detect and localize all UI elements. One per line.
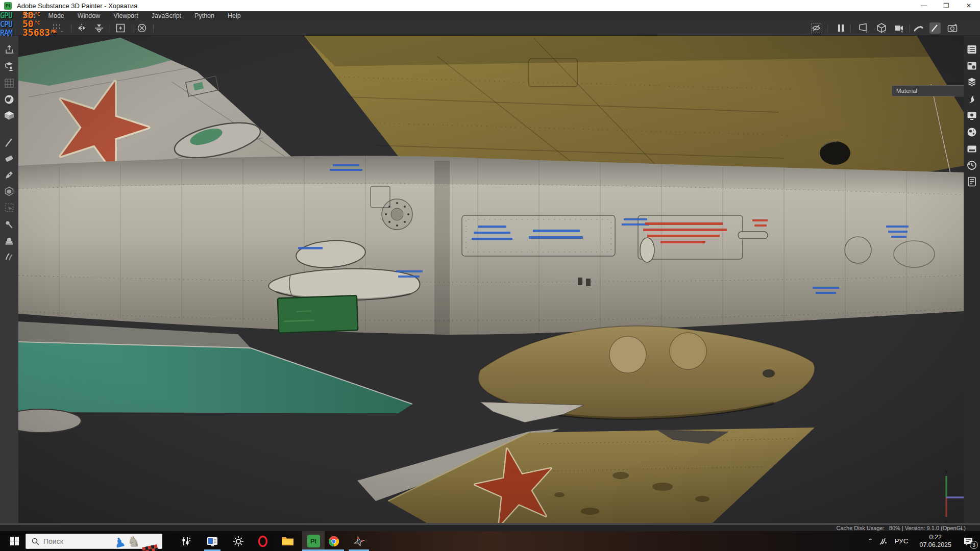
viewer-settings-icon[interactable] xyxy=(966,143,978,155)
smudge-tool-icon[interactable] xyxy=(3,251,15,263)
texture-set-settings-icon[interactable] xyxy=(966,60,978,72)
statusbar: Cache Disk Usage: 80% | Version: 9.1.0 (… xyxy=(0,523,980,531)
windows-logo-icon xyxy=(10,537,19,545)
menubar: Edit Mode Window Viewport JavaScript Pyt… xyxy=(0,11,980,20)
substance-painter-logo-icon: Pt xyxy=(4,2,12,10)
cache-version-status: Cache Disk Usage: 80% | Version: 9.1.0 (… xyxy=(836,525,966,531)
warplane-app-button[interactable] xyxy=(348,531,370,551)
material-selector-value: Material xyxy=(896,88,917,94)
language-indicator[interactable]: РУС xyxy=(888,537,914,545)
viewport-3d-scene[interactable]: y z x xyxy=(18,36,964,523)
gpu-temp-unit: °C xyxy=(35,10,40,19)
start-button[interactable] xyxy=(4,531,24,551)
ram-usage-value: 35683 xyxy=(22,28,50,37)
equalizer-app-button[interactable] xyxy=(175,531,197,551)
perspective-grid-off-icon[interactable] xyxy=(811,22,822,34)
brush-settings-icon[interactable] xyxy=(966,93,978,106)
substance-disc-icon[interactable] xyxy=(3,93,15,106)
chrome-icon xyxy=(328,535,340,547)
notification-center-button[interactable]: 3 xyxy=(957,531,980,551)
sun-app-button[interactable] xyxy=(227,531,250,551)
menu-help[interactable]: Help xyxy=(221,12,248,19)
chess-knight-icon: ♞ xyxy=(127,533,139,549)
close-button[interactable]: ✕ xyxy=(958,0,980,11)
chrome-button[interactable] xyxy=(323,531,345,551)
search-highlight-decor: ♟ ♞ xyxy=(114,532,161,551)
desktop: Pt Adobe Substance 3D Painter - Хорватия… xyxy=(0,0,980,551)
monitor-app-button[interactable] xyxy=(201,531,224,551)
symmetry-y-icon[interactable] xyxy=(93,22,105,34)
opera-button[interactable] xyxy=(252,531,274,551)
menu-window[interactable]: Window xyxy=(71,12,107,19)
ram-label: RAM xyxy=(0,29,22,38)
pen-tray-icon[interactable] xyxy=(878,536,888,546)
bake-icon[interactable] xyxy=(3,61,15,73)
texture-table-icon[interactable] xyxy=(3,77,15,89)
mirror-x-icon[interactable] xyxy=(76,22,87,34)
tool-rail xyxy=(0,36,18,523)
environment-rotate-icon[interactable] xyxy=(913,22,924,34)
rotate-snap-icon[interactable] xyxy=(136,22,148,34)
search-input[interactable] xyxy=(43,537,115,545)
axis-x-label: x xyxy=(945,519,948,523)
clone-tool-icon[interactable] xyxy=(3,234,15,246)
checkered-flag-icon xyxy=(142,543,161,551)
notification-badge: 3 xyxy=(970,541,978,549)
menu-python[interactable]: Python xyxy=(188,12,221,19)
tray-expand-icon[interactable]: ⌃ xyxy=(862,537,878,545)
particles-tool-icon[interactable] xyxy=(3,218,15,230)
paint-mode-icon[interactable] xyxy=(929,22,941,34)
date: 07.06.2025 xyxy=(919,541,951,549)
monitor-app-icon xyxy=(206,536,218,547)
display-settings-icon[interactable] xyxy=(966,110,978,122)
restore-button[interactable]: ❐ xyxy=(935,0,958,11)
frame-view-icon[interactable] xyxy=(115,22,126,34)
time: 0:22 xyxy=(919,534,951,541)
camera-frustum-icon[interactable]: ⌄ xyxy=(857,22,869,34)
opera-icon xyxy=(257,535,269,547)
minimize-button[interactable]: — xyxy=(913,0,935,11)
log-icon[interactable] xyxy=(966,176,978,188)
shader-settings-icon[interactable] xyxy=(966,126,978,138)
texture-set-list-icon[interactable] xyxy=(966,43,978,56)
access-panel-large xyxy=(462,215,615,256)
export-icon[interactable] xyxy=(3,44,15,57)
sun-app-icon xyxy=(232,535,244,547)
brush-tool-icon[interactable] xyxy=(3,136,15,148)
cube-view-icon[interactable]: ⌄ xyxy=(876,22,887,34)
window-titlebar[interactable]: Pt Adobe Substance 3D Painter - Хорватия… xyxy=(0,0,980,11)
viewport-3d[interactable]: y z x Material xyxy=(18,36,964,523)
file-explorer-icon xyxy=(281,536,294,546)
menu-viewport[interactable]: Viewport xyxy=(107,12,144,19)
search-icon xyxy=(32,538,39,545)
toolbar: ⌄ ⌄ ⌄ xyxy=(0,20,980,36)
projection-tool-icon[interactable] xyxy=(3,169,15,181)
layers-icon[interactable] xyxy=(966,76,978,88)
green-access-panel xyxy=(278,295,358,333)
eraser-tool-icon[interactable] xyxy=(3,153,15,165)
taskbar-search[interactable]: ♟ ♞ xyxy=(26,534,162,549)
substance-painter-taskbar-button[interactable]: Pt xyxy=(302,531,325,551)
polygon-fill-tool-icon[interactable] xyxy=(3,185,15,197)
performance-overlay: GPU50°C CPU50°C RAM35683MB xyxy=(0,11,57,37)
smart-select-tool-icon[interactable] xyxy=(3,202,15,214)
screenshot-icon[interactable] xyxy=(947,22,958,34)
history-icon[interactable] xyxy=(966,159,978,171)
warplane-app-icon xyxy=(352,535,365,548)
system-tray: ⌃ РУС 0:22 07.06.2025 3 xyxy=(862,531,980,551)
cpu-label: CPU xyxy=(0,20,22,29)
ram-usage-unit: MB xyxy=(51,28,57,36)
file-explorer-button[interactable] xyxy=(276,531,299,551)
equalizer-app-icon xyxy=(180,536,191,547)
axis-y-label: y xyxy=(945,468,948,474)
assets-box-icon[interactable] xyxy=(3,110,15,122)
window-title: Adobe Substance 3D Painter - Хорватия xyxy=(17,2,137,10)
clock[interactable]: 0:22 07.06.2025 xyxy=(914,534,957,549)
substance-painter-icon: Pt xyxy=(307,535,320,547)
pause-engine-icon[interactable] xyxy=(835,22,846,34)
camera-animation-icon[interactable]: ⌄ xyxy=(893,22,904,34)
panel-rail xyxy=(964,36,980,523)
gpu-label: GPU xyxy=(0,12,22,20)
material-selector[interactable]: Material xyxy=(892,85,964,96)
menu-javascript[interactable]: JavaScript xyxy=(145,12,188,19)
